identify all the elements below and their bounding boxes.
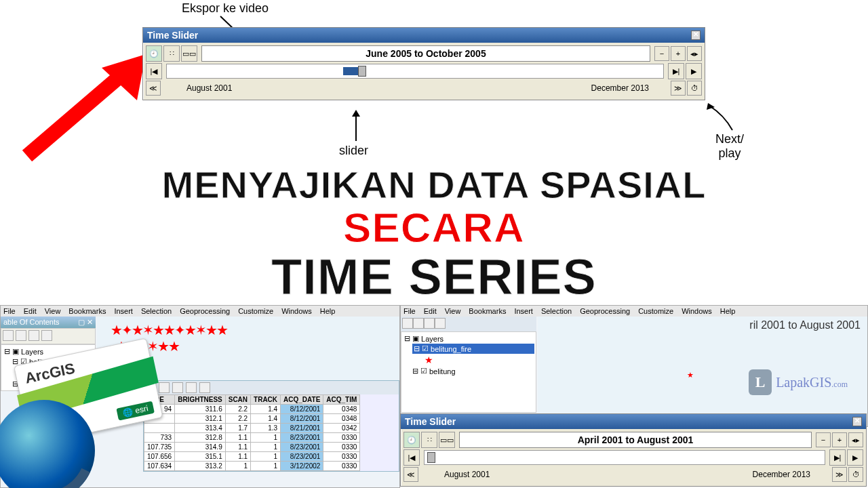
- time-slider-handle[interactable]: [358, 66, 366, 77]
- table-row: 107.656315.11.118/23/20010330: [144, 452, 360, 462]
- time-start-label: August 2001: [186, 83, 232, 93]
- zoom-in-button[interactable]: +: [671, 46, 686, 61]
- menu-edit[interactable]: Edit: [24, 307, 37, 315]
- fire-point-icon: ★: [687, 371, 694, 380]
- step-back-button[interactable]: ≪: [146, 81, 161, 96]
- toc-btn-3[interactable]: [28, 330, 39, 341]
- globe-icon: [0, 400, 95, 488]
- col-track[interactable]: TRACK: [251, 395, 281, 405]
- play-button[interactable]: ▶: [847, 449, 863, 466]
- menu-bookmarks[interactable]: Bookmarks: [68, 307, 106, 315]
- toc-toolbar-2[interactable]: [401, 317, 536, 331]
- menu-geoprocessing[interactable]: Geoprocessing: [180, 307, 230, 315]
- toc-btn-2[interactable]: [16, 330, 26, 341]
- map-area-right[interactable]: ril 2001 to August 2001 ★: [538, 317, 867, 418]
- time-slider-titlebar[interactable]: Time Slider ✕: [143, 28, 705, 43]
- table-row: 107.634313.2113/12/20020330: [144, 462, 360, 471]
- time-fill: [343, 67, 359, 75]
- tbl-btn[interactable]: [172, 382, 183, 393]
- skip-back-button[interactable]: |◀: [146, 63, 162, 79]
- attribute-table-panel: DE BRIGHTNESS SCAN TRACK ACQ_DATE ACQ_TI…: [143, 380, 399, 472]
- col-brightness[interactable]: BRIGHTNESS: [175, 395, 226, 405]
- options-button[interactable]: ∷: [163, 45, 180, 62]
- table-row: 313.41.71.38/21/20010342: [144, 424, 360, 433]
- time-end-label: December 2013: [591, 83, 649, 93]
- skip-forward-button[interactable]: ▶|: [829, 449, 846, 466]
- close-button[interactable]: ✕: [852, 417, 862, 426]
- toc-layer[interactable]: ⊟ ☑ belitung: [403, 366, 534, 376]
- tbl-btn[interactable]: [199, 382, 210, 393]
- time-settings-button[interactable]: ⏱: [687, 81, 702, 96]
- menu-help[interactable]: Help: [320, 307, 336, 315]
- map-time-overlay: ril 2001 to August 2001: [749, 319, 861, 331]
- lapakgis-logo: L LapakGIS.com: [749, 369, 848, 395]
- annotation-next-play: Next/ play: [715, 132, 744, 161]
- time-range-display: April 2001 to August 2001: [459, 432, 812, 448]
- table-toolbar[interactable]: [144, 381, 399, 394]
- enable-time-button[interactable]: 🕘: [146, 45, 162, 62]
- toc-btn-1[interactable]: [3, 330, 14, 341]
- menu-insert[interactable]: Insert: [114, 307, 133, 315]
- toc-layer-selected[interactable]: ⊟ ☑ belitung_fire: [412, 344, 534, 354]
- menu-customize[interactable]: Customize: [238, 307, 273, 315]
- table-row: 312.12.21.48/12/20010348: [144, 414, 360, 424]
- col-scan[interactable]: SCAN: [225, 395, 250, 405]
- arrow-to-slider-icon: [349, 108, 363, 146]
- menu-file[interactable]: File: [3, 307, 16, 315]
- close-button[interactable]: ✕: [691, 30, 701, 40]
- play-button[interactable]: ▶: [686, 63, 702, 79]
- red-arrow-icon: [20, 47, 156, 163]
- step-forward-button[interactable]: ≫: [832, 467, 847, 482]
- skip-back-button[interactable]: |◀: [403, 449, 420, 466]
- lapakgis-icon: L: [749, 369, 772, 395]
- headline-line1: MENYAJIKAN DATA SPASIAL: [0, 163, 868, 207]
- col-acqdate[interactable]: ACQ_DATE: [281, 395, 323, 405]
- zoom-in-button[interactable]: +: [832, 432, 847, 447]
- toc-body-2: ⊟ ▣ Layers ⊟ ☑ belitung_fire ★ ⊟ ☑ belit…: [401, 331, 536, 413]
- arcmap-menubar-2[interactable]: File Edit View Bookmarks Insert Selectio…: [401, 306, 867, 317]
- tbl-btn[interactable]: [186, 382, 197, 393]
- enable-time-button[interactable]: 🕘: [403, 432, 420, 448]
- skip-forward-button[interactable]: ▶|: [668, 63, 684, 79]
- headline-line3: TIME SERIES: [0, 248, 868, 306]
- full-extent-button[interactable]: ◂▸: [848, 432, 863, 447]
- toc-symbol: ★: [403, 354, 534, 366]
- col-acqtim[interactable]: ACQ_TIM: [323, 395, 360, 405]
- attribute-table[interactable]: DE BRIGHTNESS SCAN TRACK ACQ_DATE ACQ_TI…: [144, 394, 360, 471]
- arcmap-menubar[interactable]: File Edit View Bookmarks Insert Selectio…: [1, 306, 399, 317]
- table-row: 107.735314.91.118/23/20010330: [144, 443, 360, 452]
- toc-titlebar[interactable]: able Of Contents▢ ✕: [1, 317, 96, 328]
- arrow-to-play-icon: [704, 102, 738, 136]
- headline-line2: SECARA: [0, 203, 868, 251]
- menu-windows[interactable]: Windows: [281, 307, 312, 315]
- time-slider-handle[interactable]: [427, 452, 435, 463]
- toc-toolbar[interactable]: [1, 328, 96, 344]
- table-row: 94311.62.21.48/12/20010348: [144, 405, 360, 414]
- tbl-btn[interactable]: [159, 382, 170, 393]
- time-slider-titlebar-2[interactable]: Time Slider ✕: [401, 414, 866, 429]
- arcmap-window-right: File Edit View Bookmarks Insert Selectio…: [400, 305, 868, 427]
- menu-selection[interactable]: Selection: [141, 307, 172, 315]
- time-slider-window-top: Time Slider ✕ 🕘 ∷ ▭▭ June 2005 to Octobe…: [142, 27, 705, 100]
- time-range-display: June 2005 to October 2005: [201, 45, 650, 62]
- time-slider-track[interactable]: [166, 64, 664, 79]
- menu-view[interactable]: View: [45, 307, 61, 315]
- options-button[interactable]: ∷: [421, 432, 437, 448]
- time-slider-track[interactable]: [424, 450, 825, 465]
- annotation-slider: slider: [339, 144, 368, 158]
- time-slider-title: Time Slider: [147, 30, 198, 41]
- annotation-export-video: Ekspor ke video: [182, 1, 269, 16]
- toc-btn-4[interactable]: [41, 330, 52, 341]
- esri-badge: 🌐 esri: [117, 401, 155, 421]
- toc-root[interactable]: ⊟ ▣ Layers: [403, 333, 534, 344]
- export-video-button[interactable]: ▭▭: [181, 45, 197, 62]
- table-row: 733312.81.118/23/20010330: [144, 433, 360, 443]
- full-extent-button[interactable]: ◂▸: [687, 46, 702, 61]
- time-settings-button[interactable]: ⏱: [848, 467, 863, 482]
- time-slider-window-bottom: Time Slider ✕ 🕘 ∷ ▭▭ April 2001 to Augus…: [400, 413, 867, 487]
- export-video-button[interactable]: ▭▭: [439, 432, 455, 448]
- step-forward-button[interactable]: ≫: [671, 81, 686, 96]
- zoom-out-button[interactable]: −: [816, 432, 831, 447]
- zoom-out-button[interactable]: −: [654, 46, 669, 61]
- step-back-button[interactable]: ≪: [403, 467, 418, 482]
